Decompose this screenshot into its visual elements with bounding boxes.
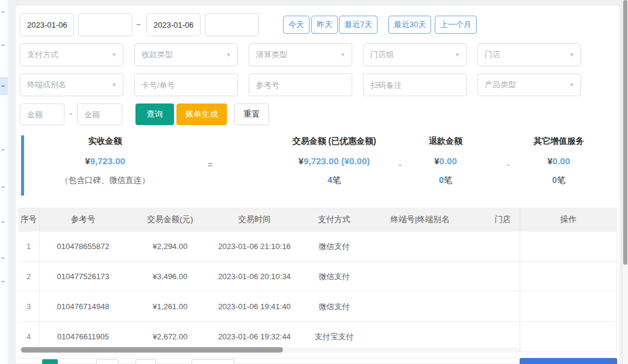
col-header-time: 交易时间 bbox=[214, 208, 295, 232]
cell-terminal bbox=[373, 292, 467, 321]
chevron-down-icon: ▼ bbox=[340, 44, 346, 66]
chevron-down-icon: ▼ bbox=[111, 44, 117, 66]
date-range-separator: ~ bbox=[136, 20, 141, 29]
cell-action bbox=[520, 262, 617, 292]
quick-range-last7days-button[interactable]: 最近7天 bbox=[339, 16, 378, 34]
cell-terminal bbox=[373, 262, 467, 291]
card-or-order-no-input[interactable] bbox=[134, 73, 238, 96]
cell-index: 2 bbox=[18, 262, 40, 291]
cell-action bbox=[520, 322, 617, 352]
summary-discount-amount: (¥0.00) bbox=[341, 156, 370, 166]
cell-payment-method: 微信支付 bbox=[295, 262, 373, 291]
vertical-scrollbar-thumb[interactable] bbox=[623, 0, 627, 265]
summary-value: ¥9,723.00 bbox=[25, 156, 185, 166]
sidebar-item-mark bbox=[1, 45, 5, 46]
cell-amount: ¥2,294.00 bbox=[126, 232, 214, 261]
store-placeholder: 门店 bbox=[485, 50, 500, 59]
summary-count: 0笔 bbox=[412, 175, 479, 186]
col-header-reference: 参考号 bbox=[40, 208, 126, 232]
sidebar-item-mark bbox=[1, 281, 5, 282]
cell-time: 2023-01-06 19:41:40 bbox=[214, 292, 295, 321]
bottom-primary-button-partial[interactable] bbox=[520, 358, 617, 364]
end-time-input[interactable] bbox=[205, 13, 259, 36]
store-group-select[interactable]: 门店组 ▼ bbox=[363, 43, 467, 66]
product-type-placeholder: 产品类型 bbox=[485, 80, 516, 89]
payment-method-placeholder: 支付方式 bbox=[27, 50, 58, 59]
summary-amount: 0.00 bbox=[440, 156, 457, 166]
scan-remark-input[interactable] bbox=[363, 73, 467, 96]
amount-max-input[interactable] bbox=[77, 103, 122, 125]
cell-amount: ¥1,261.00 bbox=[126, 292, 214, 321]
col-header-amount: 交易金额(元) bbox=[126, 208, 214, 232]
col-header-terminal: 终端号|终端别名 bbox=[373, 208, 467, 232]
store-select[interactable]: 门店 ▼ bbox=[477, 43, 581, 66]
pagination-button-partial[interactable] bbox=[135, 359, 156, 364]
summary-transaction-amount: 交易金额 (已优惠金额) ¥9,723.00 (¥0.00) 4笔 bbox=[262, 136, 406, 186]
start-date-input[interactable] bbox=[20, 13, 74, 36]
sidebar-item-mark bbox=[1, 187, 5, 188]
pagination-active-page-button-partial[interactable] bbox=[42, 359, 58, 364]
currency-symbol: ¥ bbox=[434, 156, 439, 166]
sidebar-item-mark bbox=[1, 221, 5, 223]
cell-terminal bbox=[373, 232, 467, 261]
generate-bill-button[interactable]: 账单生成 bbox=[176, 103, 227, 125]
query-button[interactable]: 查询 bbox=[135, 103, 174, 125]
cell-action bbox=[520, 232, 617, 262]
col-header-action: 操作 bbox=[520, 208, 617, 232]
chevron-down-icon: ▼ bbox=[111, 74, 117, 96]
collection-type-placeholder: 收款类型 bbox=[141, 50, 173, 59]
summary-actual-received: 实收金额 ¥9,723.00 （包含口碑、微信直连） bbox=[25, 136, 185, 186]
summary-amount: 9,723.00 bbox=[90, 156, 125, 166]
summary-count: 0笔 bbox=[517, 175, 601, 186]
equals-operator: = bbox=[208, 160, 213, 170]
summary-label: 其它增值服务 bbox=[517, 136, 601, 147]
summary-value: ¥0.00 bbox=[412, 156, 479, 166]
cell-amount: ¥3,496.00 bbox=[126, 262, 214, 291]
quick-range-last30days-button[interactable]: 最近30天 bbox=[388, 16, 431, 34]
cell-index: 3 bbox=[18, 292, 40, 321]
quick-range-lastmonth-button[interactable]: 上一个月 bbox=[435, 16, 477, 34]
summary-value-added-services: 其它增值服务 ¥0.00 0笔 bbox=[517, 136, 601, 186]
summary-value: ¥0.00 bbox=[517, 156, 601, 166]
cell-reference: 010478655872 bbox=[40, 232, 126, 261]
chevron-down-icon: ▼ bbox=[569, 74, 574, 96]
summary-value: ¥9,723.00 (¥0.00) bbox=[262, 156, 406, 166]
collection-type-select[interactable]: 收款类型 ▼ bbox=[134, 43, 238, 66]
sidebar-item-mark bbox=[1, 258, 5, 259]
settlement-type-select[interactable]: 清算类型 ▼ bbox=[249, 43, 352, 66]
product-type-select[interactable]: 产品类型 ▼ bbox=[477, 73, 581, 96]
end-date-input[interactable] bbox=[146, 13, 201, 36]
terminal-or-alias-placeholder: 终端或别名 bbox=[27, 80, 66, 89]
amount-range-separator: - bbox=[70, 109, 72, 118]
amount-min-input[interactable] bbox=[20, 103, 64, 125]
summary-amount: 9,723.00 bbox=[303, 156, 338, 166]
terminal-or-alias-select[interactable]: 终端或别名 ▼ bbox=[20, 73, 123, 96]
cell-action bbox=[520, 292, 617, 322]
currency-symbol: ¥ bbox=[547, 156, 552, 166]
fixed-action-column: 操作 bbox=[520, 208, 617, 352]
payment-method-select[interactable]: 支付方式 ▼ bbox=[20, 43, 123, 66]
chevron-down-icon: ▼ bbox=[226, 44, 231, 66]
cell-reference: 010476714948 bbox=[40, 292, 126, 321]
summary-refund-amount: 退款金额 ¥0.00 0笔 bbox=[412, 136, 479, 186]
store-group-placeholder: 门店组 bbox=[370, 50, 394, 59]
summary-label: 退款金额 bbox=[412, 136, 479, 147]
chevron-down-icon: ▼ bbox=[569, 44, 574, 66]
pagination-button-partial[interactable] bbox=[191, 359, 234, 364]
currency-symbol: ¥ bbox=[299, 156, 303, 166]
transactions-table: 序号 参考号 交易金额(元) 交易时间 支付方式 终端号|终端别名 门店 1 0… bbox=[18, 208, 617, 352]
horizontal-scrollbar-thumb[interactable] bbox=[21, 347, 283, 353]
cell-payment-method: 微信支付 bbox=[295, 232, 373, 261]
reset-button[interactable]: 重置 bbox=[234, 103, 269, 125]
cell-time: 2023-01-06 20:10:34 bbox=[214, 262, 295, 291]
pagination-button-partial[interactable] bbox=[96, 359, 119, 364]
reference-no-input[interactable] bbox=[249, 73, 352, 96]
quick-range-yesterday-button[interactable]: 昨天 bbox=[311, 16, 338, 34]
settlement-type-placeholder: 清算类型 bbox=[256, 50, 287, 59]
collapsed-sidebar bbox=[0, 0, 8, 364]
summary-label: 实收金额 bbox=[25, 136, 185, 147]
quick-range-today-button[interactable]: 今天 bbox=[283, 16, 309, 34]
start-time-input[interactable] bbox=[78, 13, 132, 36]
cell-time: 2023-01-06 21:10:16 bbox=[214, 232, 295, 261]
cell-index: 1 bbox=[18, 232, 40, 261]
